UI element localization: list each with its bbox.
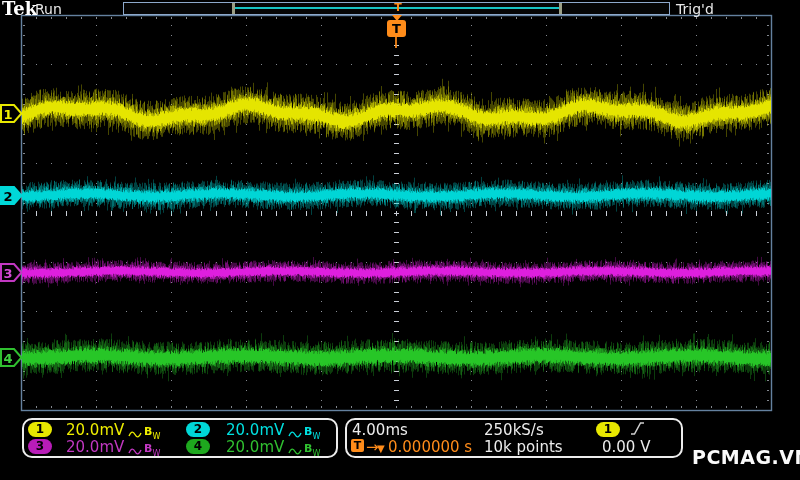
sample-rate: 250kS/s xyxy=(484,422,544,438)
record-view-bar: T xyxy=(123,2,670,15)
channel-4-position-marker[interactable]: 4 xyxy=(0,348,23,367)
record-window-right-bracket xyxy=(559,3,562,14)
channel-2-marker-label: 2 xyxy=(3,189,12,204)
ac-coupling-icon xyxy=(128,445,142,457)
channel-3-position-marker[interactable]: 3 xyxy=(0,263,23,282)
channel-3-coupling: BW xyxy=(128,439,160,462)
trigger-t-icon: T xyxy=(351,439,364,452)
channel-1-marker-label: 1 xyxy=(3,107,12,122)
oscilloscope-screen: Tek Run Trig'd T T 1 2 3 4 1 20.0mV BW 2… xyxy=(0,0,800,480)
channel-1-badge[interactable]: 1 xyxy=(28,422,52,437)
record-length: 10k points xyxy=(484,439,563,455)
trigger-level[interactable]: 0.00 V xyxy=(602,439,650,455)
horizontal-trigger-readout-box: 4.00ms 250kS/s 1 T → ▼ 0.000000 s 10k po… xyxy=(345,418,683,458)
channel-1-scale[interactable]: 20.0mV xyxy=(66,422,124,438)
record-window-left-bracket xyxy=(232,3,235,14)
channel-3-marker-label: 3 xyxy=(3,266,12,281)
channel-4-marker-label: 4 xyxy=(3,351,12,366)
horizontal-scale[interactable]: 4.00ms xyxy=(352,422,408,438)
watermark: PCMAG.VN xyxy=(692,446,800,468)
ac-coupling-icon xyxy=(288,428,302,440)
trigger-position-stem xyxy=(395,37,397,48)
tek-logo: Tek xyxy=(2,0,37,19)
channel-4-coupling: BW xyxy=(288,439,320,462)
channel-1-position-marker[interactable]: 1 xyxy=(0,104,23,123)
trigger-slope-icon xyxy=(630,421,645,439)
channel-2-scale[interactable]: 20.0mV xyxy=(226,422,284,438)
trigger-down-icon: ▼ xyxy=(377,441,385,457)
trigger-source-badge[interactable]: 1 xyxy=(596,422,620,437)
channel-4-badge[interactable]: 4 xyxy=(186,439,210,454)
trigger-status: Trig'd xyxy=(676,1,714,17)
record-trigger-marker: T xyxy=(391,1,405,14)
channel-3-scale[interactable]: 20.0mV xyxy=(66,439,124,455)
channel-readout-box: 1 20.0mV BW 2 20.0mV BW 3 20.0mV BW 4 20… xyxy=(22,418,338,458)
channel-2-position-marker[interactable]: 2 xyxy=(0,186,23,205)
ac-coupling-icon xyxy=(288,445,302,457)
acquisition-status: Run xyxy=(35,1,62,17)
channel-3-badge[interactable]: 3 xyxy=(28,439,52,454)
trigger-position-badge[interactable]: T xyxy=(387,20,406,37)
ac-coupling-icon xyxy=(128,428,142,440)
trigger-position[interactable]: 0.000000 s xyxy=(388,439,472,455)
channel-4-scale[interactable]: 20.0mV xyxy=(226,439,284,455)
waveform-canvas xyxy=(0,0,800,480)
channel-2-badge[interactable]: 2 xyxy=(186,422,210,437)
